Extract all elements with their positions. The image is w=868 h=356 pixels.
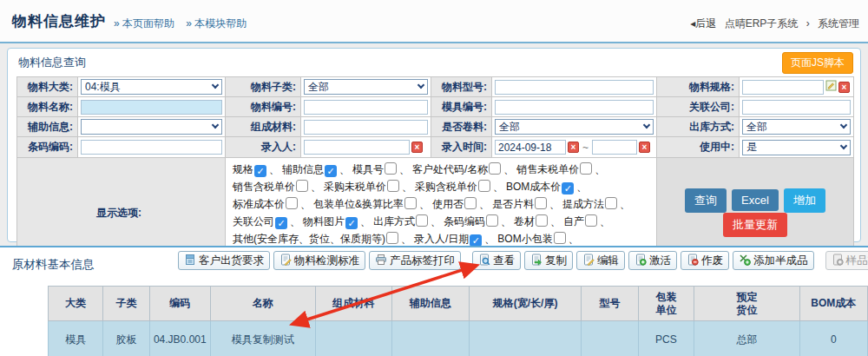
display-option-label: 采购未税单价 <box>324 181 386 193</box>
aux-info-label: 辅助信息: <box>17 117 78 137</box>
checkbox-unchecked-icon[interactable] <box>296 180 308 192</box>
in-use-select[interactable]: 是 <box>742 140 851 155</box>
action-button-批量更新[interactable]: 批量更新 <box>723 213 787 237</box>
module-help-link[interactable]: » 本模块帮助 <box>186 17 247 30</box>
material-name-input[interactable] <box>81 100 222 115</box>
checkbox-checked-icon[interactable]: ✓ <box>275 217 287 229</box>
outbound-mode-select[interactable]: 全部 <box>742 119 851 135</box>
checkbox-unchecked-icon[interactable] <box>387 180 399 192</box>
aux-info-select[interactable] <box>81 119 222 135</box>
breadcrumb-system[interactable]: 点晴ERP子系统 <box>725 17 799 30</box>
table-row[interactable]: 模具胶板04.JB0.001模具复制测试PCS总部0 <box>49 321 868 356</box>
checkbox-unchecked-icon[interactable] <box>536 214 548 227</box>
related-company-label: 关联公司: <box>657 97 740 117</box>
toolbar-button-复制[interactable]: 复制 <box>524 251 573 270</box>
display-option-separator: 、 <box>550 215 561 227</box>
toolbar-button-物料检测标准[interactable]: 物料检测标准 <box>273 251 365 270</box>
display-option-separator: 、 <box>479 198 490 210</box>
display-option-separator: 、 <box>493 181 503 193</box>
page-help-link[interactable]: » 本页面帮助 <box>114 17 174 30</box>
toolbar-button-产品标签打印[interactable]: 产品标签打印 <box>369 251 461 270</box>
excel-button[interactable]: Excel <box>732 189 779 211</box>
checkbox-checked-icon[interactable]: ✓ <box>470 234 482 247</box>
toolbar-button-label: 作废 <box>701 254 723 268</box>
display-option-separator: 、 <box>339 163 350 175</box>
material-category-label: 物料大类: <box>17 77 78 97</box>
outbound-mode-label: 出库方式: <box>657 117 740 137</box>
table-cell: 总部 <box>694 321 799 356</box>
checkbox-unchecked-icon[interactable] <box>605 197 617 209</box>
display-option-label: 销售含税单价 <box>233 181 295 193</box>
page-js-script-button[interactable]: 页面JS脚本 <box>782 52 853 74</box>
copy-icon <box>530 254 542 268</box>
checkbox-unchecked-icon[interactable] <box>478 180 490 192</box>
display-option: 标准成本价、 <box>233 198 313 210</box>
display-option: 物料图片✓、 <box>303 215 373 227</box>
table-cell <box>582 321 638 356</box>
material-subcategory-select[interactable]: 全部 <box>304 79 428 95</box>
toolbar-button-编辑[interactable]: 编辑 <box>576 251 625 270</box>
toolbar-button-作废[interactable]: 作废 <box>681 251 729 270</box>
date-range-tilde: ~ <box>582 142 589 154</box>
barcode-label: 条码编码: <box>17 137 78 158</box>
chevron-down-icon <box>418 82 424 89</box>
breadcrumb-module[interactable]: 系统管理 <box>818 17 859 30</box>
entry-person-input[interactable] <box>304 140 410 155</box>
mold-code-input[interactable] <box>495 100 654 115</box>
checkbox-unchecked-icon[interactable] <box>486 214 498 227</box>
checkbox-checked-icon[interactable]: ✓ <box>254 165 266 177</box>
column-header-编码: 编码 <box>149 287 210 321</box>
back-link[interactable]: ◂后退 <box>690 17 716 30</box>
checkbox-unchecked-icon[interactable] <box>416 214 428 227</box>
column-header-型号: 型号 <box>582 287 638 321</box>
display-option-separator: 、 <box>431 215 441 227</box>
related-company-input[interactable] <box>742 100 851 115</box>
clear-entry-time-from-icon[interactable]: × <box>568 142 579 153</box>
checkbox-checked-icon[interactable]: ✓ <box>325 165 337 177</box>
display-option-separator: 、 <box>401 233 411 245</box>
clear-entry-time-to-icon[interactable]: × <box>639 142 650 153</box>
display-option: BOM成本价✓、 <box>506 181 589 193</box>
toolbar-button-添加半成品[interactable]: 添加半成品 <box>733 251 814 270</box>
checkbox-unchecked-icon[interactable] <box>554 232 566 244</box>
entry-time-from-input[interactable] <box>495 140 566 155</box>
display-option: 条码编码、 <box>444 215 514 227</box>
material-code-input[interactable] <box>304 100 428 115</box>
material-model-input[interactable] <box>495 80 654 95</box>
checkbox-unchecked-icon[interactable] <box>286 197 298 209</box>
checkbox-unchecked-icon[interactable] <box>535 197 547 209</box>
checkbox-unchecked-icon[interactable] <box>404 197 417 209</box>
display-option-label: 自产 <box>563 215 584 227</box>
raw-material-section-title: 原材料基本信息 <box>12 257 95 273</box>
checkbox-unchecked-icon[interactable] <box>585 214 597 227</box>
edit-spec-icon[interactable] <box>825 80 837 94</box>
table-cell: 模具 <box>49 321 103 356</box>
is-roll-select[interactable]: 全部 <box>495 119 654 135</box>
action-button-增加[interactable]: 增加 <box>784 188 825 213</box>
display-option-label: BOM小包装 <box>497 233 552 245</box>
checkbox-unchecked-icon[interactable] <box>464 197 477 209</box>
checkbox-checked-icon[interactable]: ✓ <box>345 217 358 229</box>
material-category-select[interactable]: 04:模具 <box>81 79 222 95</box>
entry-person-label: 录入人: <box>226 137 301 158</box>
material-spec-input[interactable] <box>742 80 824 95</box>
checkbox-unchecked-icon[interactable] <box>385 162 397 175</box>
toolbar-button-label: 复制 <box>545 254 567 268</box>
checkbox-checked-icon[interactable]: ✓ <box>562 182 574 194</box>
action-button-查询[interactable]: 查询 <box>685 188 727 213</box>
toolbar-button-激活[interactable]: 激活 <box>628 251 677 270</box>
checkbox-unchecked-icon[interactable] <box>489 162 501 175</box>
barcode-input[interactable] <box>81 140 222 155</box>
clear-entry-person-icon[interactable]: × <box>411 142 423 153</box>
column-header-组成材料: 组成材料 <box>316 287 392 321</box>
toolbar-button-客户出货要求[interactable]: 客户出货要求 <box>178 251 270 270</box>
display-option-label: 规格 <box>233 163 253 175</box>
checkbox-unchecked-icon[interactable] <box>386 232 398 244</box>
component-material-input[interactable] <box>304 120 428 135</box>
entry-time-to-input[interactable] <box>592 140 637 155</box>
table-cell <box>391 321 469 356</box>
toolbar-button-查看[interactable]: 查看 <box>472 251 521 270</box>
clear-spec-icon[interactable]: × <box>838 82 850 93</box>
display-option: 辅助信息✓、 <box>282 163 352 175</box>
checkbox-unchecked-icon[interactable] <box>580 162 592 175</box>
